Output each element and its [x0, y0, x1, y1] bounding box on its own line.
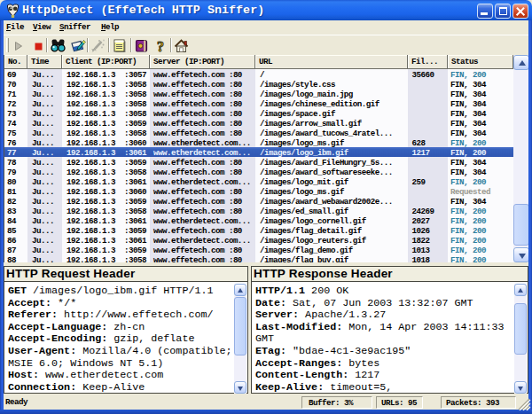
svg-text:?: ?: [157, 39, 164, 53]
